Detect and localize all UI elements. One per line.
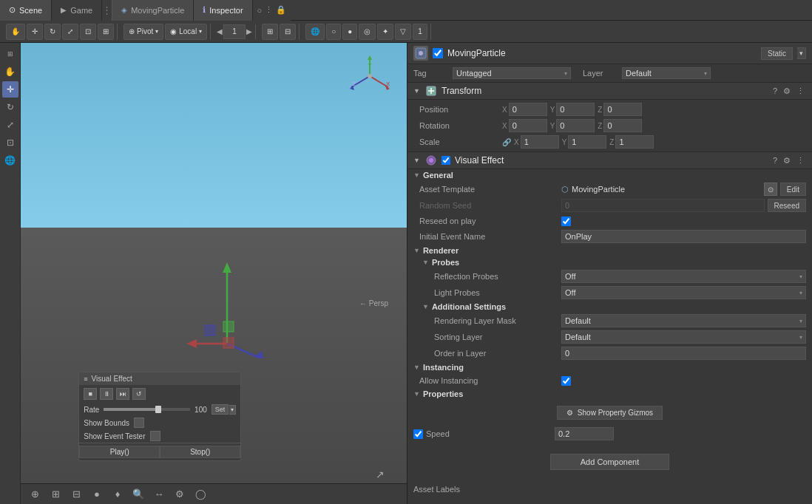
ve-help-btn[interactable]: ? [771,156,779,166]
rotation-y-input[interactable] [556,119,595,132]
properties-collapse-icon[interactable]: ▼ [413,390,420,398]
globe-btn[interactable]: 🌐 [305,24,325,40]
scene-menu-icon[interactable]: ⋮ [102,4,112,16]
position-z-input[interactable] [603,103,642,116]
light-probes-dropdown[interactable]: Off ▾ [561,286,806,299]
left-tool-1[interactable]: ⊞ [2,46,18,62]
transform-menu-btn[interactable]: ⋮ [795,86,806,96]
instancing-collapse-icon[interactable]: ▼ [413,364,420,371]
scale-y-input[interactable] [568,135,606,149]
set-btn[interactable]: Set [212,404,229,415]
ring-btn[interactable]: ◎ [359,24,376,40]
tri-btn[interactable]: ▽ [395,24,411,40]
bottom-tool-9[interactable]: ◯ [192,486,209,503]
position-x-input[interactable] [509,103,547,116]
tab-scene[interactable]: ⊙ Scene [0,0,52,21]
bottom-tool-5[interactable]: ♦ [109,486,126,503]
probes-collapse-icon[interactable]: ▼ [422,259,429,266]
more-icon[interactable]: ⋮ [265,5,273,15]
scale-z-input[interactable] [615,135,654,149]
layer-dropdown[interactable]: Default ▾ [622,67,711,79]
grid2-btn[interactable]: ⊟ [280,24,296,40]
additional-collapse-icon[interactable]: ▼ [422,303,429,310]
scale-lock-icon[interactable]: 🔗 [502,138,511,146]
asset-edit-btn[interactable]: Edit [780,183,806,196]
frame-next-btn[interactable]: ▶ [246,27,252,35]
left-rect-btn[interactable]: ⊡ [2,134,18,151]
left-move-btn[interactable]: ✛ [2,81,18,98]
order-in-layer-input[interactable] [561,347,806,360]
hand-tool[interactable]: ✋ [6,24,25,40]
show-gizmos-btn[interactable]: ⚙ Show Property Gizmos [557,406,663,420]
move-tool[interactable]: ✛ [27,24,43,40]
left-rotate-btn[interactable]: ↻ [2,99,18,115]
bottom-tool-2[interactable]: ⊞ [47,486,64,503]
obj-enabled-checkbox[interactable] [433,48,443,58]
rate-slider[interactable] [104,408,190,411]
search-top-icon[interactable]: ○ [257,6,263,15]
left-globe-btn[interactable]: 🌐 [2,152,18,168]
rotation-z-input[interactable] [603,119,642,132]
tab-moving-particle[interactable]: ◈ MovingParticle [112,0,194,21]
add-component-btn[interactable]: Add Component [550,454,670,470]
transform-component-header[interactable]: ▼ Transform ? ⚙ ⋮ [407,82,812,100]
vfx-restart-btn[interactable]: ↺ [132,388,146,400]
static-dropdown-btn[interactable]: ▾ [797,47,806,59]
reseed-btn[interactable]: Reseed [768,199,806,212]
stop-btn[interactable]: Stop() [160,446,240,458]
num-btn[interactable]: 1 [413,24,427,40]
transform-tool[interactable]: ⊞ [98,24,114,40]
rotate-tool[interactable]: ↻ [44,24,61,40]
show-event-checkbox[interactable] [150,431,160,441]
circle-btn[interactable]: ○ [326,24,341,40]
pivot-btn[interactable]: ⊕ Pivot ▾ [124,24,163,40]
vfx-stop-btn[interactable]: ■ [84,388,97,400]
reseed-on-play-checkbox[interactable] [561,217,571,226]
sorting-layer-dropdown[interactable]: Default ▾ [561,330,806,344]
ve-settings-btn[interactable]: ⚙ [782,156,792,166]
grid-btn[interactable]: ⊞ [262,24,278,40]
tab-inspector[interactable]: ℹ Inspector [194,0,252,21]
bottom-tool-7[interactable]: ↔ [151,486,167,503]
frame-prev-btn[interactable]: ◀ [217,27,223,35]
rendering-layer-dropdown[interactable]: Default ▾ [561,314,806,327]
lock-top-icon[interactable]: 🔒 [276,5,286,15]
scale-x-input[interactable] [521,135,559,149]
bottom-tool-8[interactable]: ⚙ [172,486,188,503]
asset-pick-btn[interactable]: ⊙ [764,183,777,196]
random-seed-input[interactable] [561,199,765,212]
bottom-tool-4[interactable]: ● [89,486,105,503]
bottom-search-btn[interactable]: 🔍 [130,486,146,503]
play-btn[interactable]: Play() [79,446,160,458]
sphere-btn[interactable]: ● [342,24,357,40]
speed-checkbox[interactable] [413,429,423,439]
renderer-collapse-icon[interactable]: ▼ [413,247,420,254]
frame-input[interactable] [223,24,246,39]
local-btn[interactable]: ◉ Local ▾ [165,24,207,40]
allow-instancing-checkbox[interactable] [561,376,571,386]
reflection-probes-dropdown[interactable]: Off ▾ [561,270,806,283]
static-btn[interactable]: Static [761,47,793,60]
set-dropdown-btn[interactable]: ▾ [229,405,236,415]
rotation-x-input[interactable] [509,119,547,132]
transform-help-btn[interactable]: ? [771,86,779,96]
position-y-input[interactable] [556,103,595,116]
vfx-pause-btn[interactable]: ⏸ [100,388,113,400]
rect-tool[interactable]: ⊡ [80,24,96,40]
ve-enabled-checkbox[interactable] [441,156,450,165]
bottom-tool-1[interactable]: ⊕ [27,486,43,503]
ve-menu-btn[interactable]: ⋮ [795,156,806,166]
tag-dropdown[interactable]: Untagged ▾ [453,67,571,79]
bottom-tool-3[interactable]: ⊟ [68,486,84,503]
transform-settings-btn[interactable]: ⚙ [782,86,792,96]
speed-input[interactable] [555,427,614,440]
fx-btn[interactable]: ✦ [377,24,393,40]
visual-effect-component-header[interactable]: ▼ Visual Effect ? ⚙ ⋮ [407,151,812,169]
left-scale-btn[interactable]: ⤢ [2,117,18,133]
scene-viewport[interactable]: ← Persp Y X Z [21,43,407,483]
general-collapse-icon[interactable]: ▼ [413,171,420,179]
left-hand-btn[interactable]: ✋ [2,64,18,80]
tab-game[interactable]: ▶ Game [52,0,102,21]
initial-event-input[interactable] [561,230,806,243]
scale-tool[interactable]: ⤢ [62,24,78,40]
